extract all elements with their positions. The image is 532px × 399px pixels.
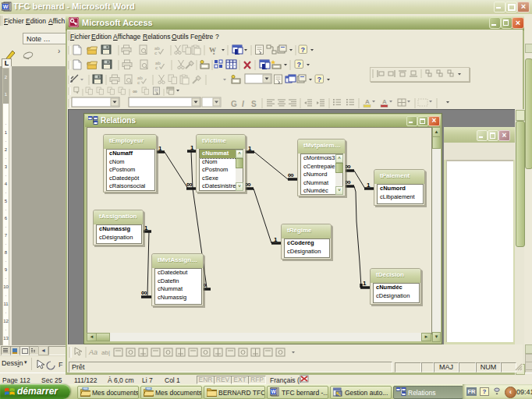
svg-text:c: c xyxy=(137,80,140,85)
svg-text:F: F xyxy=(59,361,63,369)
svg-text:W: W xyxy=(271,389,276,394)
svg-text:∞: ∞ xyxy=(288,170,294,179)
svg-text:G: G xyxy=(231,100,237,108)
svg-text:1: 1 xyxy=(248,145,252,152)
svg-text:1: 1 xyxy=(144,224,148,231)
svg-text:?: ? xyxy=(317,76,321,83)
svg-text:1: 1 xyxy=(274,236,278,243)
svg-text:∞: ∞ xyxy=(141,288,147,297)
svg-text:∞: ∞ xyxy=(245,179,251,189)
svg-text:∞: ∞ xyxy=(345,161,351,171)
svg-text:c: c xyxy=(155,65,158,70)
svg-text:?: ? xyxy=(300,46,305,54)
svg-text:1: 1 xyxy=(190,144,194,151)
svg-text:c: c xyxy=(154,51,158,55)
svg-text:A: A xyxy=(365,98,370,105)
svg-text:A: A xyxy=(382,98,387,105)
svg-text:1: 1 xyxy=(363,280,367,287)
svg-text:∞: ∞ xyxy=(133,88,137,95)
svg-text:W: W xyxy=(3,4,9,9)
svg-text:∞: ∞ xyxy=(186,179,193,189)
svg-text:I: I xyxy=(242,100,244,108)
svg-text:1: 1 xyxy=(158,145,162,152)
svg-text:∞: ∞ xyxy=(345,177,351,186)
svg-text:ab|: ab| xyxy=(101,349,110,356)
svg-text:1: 1 xyxy=(367,182,371,189)
svg-text:S: S xyxy=(251,100,257,108)
svg-text:Aa: Aa xyxy=(88,348,98,356)
svg-text:?: ? xyxy=(296,61,301,69)
